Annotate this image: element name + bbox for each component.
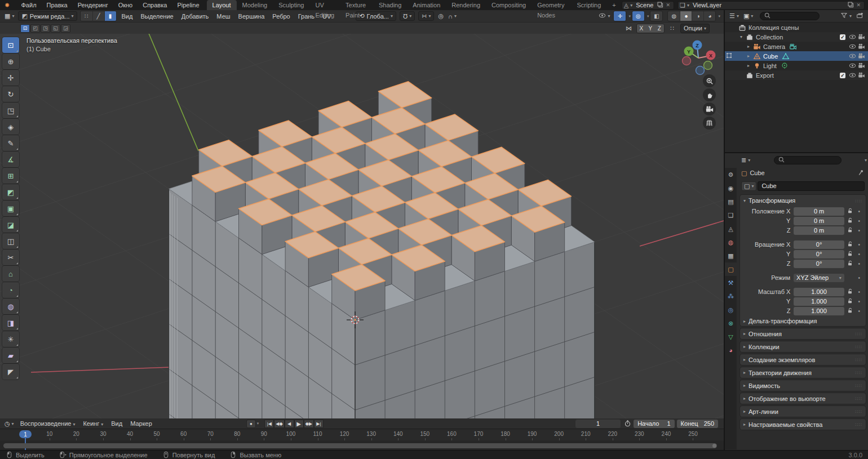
timeline-menu-кеинг[interactable]: Кеинг▾: [79, 420, 107, 427]
properties-tab-modifiers[interactable]: ⚒: [725, 276, 737, 289]
workspace-tab-sculpting[interactable]: Sculpting: [273, 0, 309, 10]
disable-render-camera-icon[interactable]: [857, 33, 866, 41]
lock-icon[interactable]: [847, 217, 853, 225]
outliner-item-label[interactable]: Collection: [756, 34, 783, 41]
3d-viewport-canvas[interactable]: [0, 34, 724, 418]
transform-value-field[interactable]: 0 m: [794, 207, 844, 216]
lock-icon[interactable]: [847, 240, 853, 248]
current-frame-input[interactable]: 1: [575, 420, 621, 428]
workspace-tab-compositing[interactable]: Compositing: [486, 0, 532, 10]
vertex-select-button[interactable]: ∷: [81, 11, 92, 21]
material-shading-button[interactable]: ◑: [692, 11, 703, 21]
timeline-scrollbar[interactable]: [3, 443, 717, 448]
prev-keyframe-button[interactable]: ◀◆: [274, 420, 284, 428]
select-subtract-button[interactable]: ◳: [41, 24, 50, 33]
properties-tab-material[interactable]: ◕: [725, 344, 737, 357]
viewport-menu-меш[interactable]: Меш: [212, 13, 234, 20]
face-select-button[interactable]: ▮: [104, 11, 116, 21]
transform-value-field[interactable]: 0°: [794, 250, 844, 259]
panel-drag-handle[interactable]: ::::: [855, 331, 862, 336]
timeline-editor-type-button[interactable]: ◷▾: [2, 419, 16, 429]
workspace-tab-geometry-nodes[interactable]: Geometry Nodes: [532, 0, 571, 10]
shrink-fatten-tool[interactable]: ✳: [2, 331, 19, 347]
rotation-mode-dropdown[interactable]: XYZ Эйлер▾: [794, 274, 844, 282]
edge-slide-tool[interactable]: ◨: [2, 315, 19, 331]
panel-drag-handle[interactable]: ::::: [855, 344, 862, 349]
viewport-menu-выделение[interactable]: Выделение: [136, 13, 177, 20]
panel-отношения[interactable]: ▸Отношения::::: [740, 328, 866, 339]
object-name-input[interactable]: Cube: [758, 181, 865, 191]
breadcrumb-object-name[interactable]: Cube: [750, 170, 764, 176]
viewlayer-name[interactable]: ViewLayer: [689, 2, 848, 8]
scene-name[interactable]: Scene: [632, 2, 657, 8]
filter-id-dropdown[interactable]: ▣▾: [741, 11, 755, 21]
select-extend-button[interactable]: ◰: [30, 24, 40, 33]
outliner-item-label[interactable]: Camera: [763, 43, 785, 50]
close-icon[interactable]: ✕: [664, 2, 672, 8]
bevel-tool[interactable]: ◪: [2, 217, 19, 233]
show-object-types-dropdown[interactable]: ▾: [596, 11, 612, 21]
orthographic-toggle-button[interactable]: [703, 117, 716, 130]
workspace-tab-texture-paint[interactable]: Texture Paint: [340, 0, 373, 10]
lock-icon[interactable]: [847, 288, 853, 296]
properties-search-input[interactable]: [774, 156, 842, 164]
menu-справка[interactable]: Справка: [138, 0, 172, 10]
hide-viewport-eye-icon[interactable]: [848, 52, 857, 60]
outliner-row-camera[interactable]: ▸Camera: [725, 42, 868, 51]
workspace-tab-rendering[interactable]: Rendering: [446, 0, 486, 10]
viewport-menu-ребро[interactable]: Ребро: [268, 13, 294, 20]
mirror-y-toggle[interactable]: Y: [646, 24, 655, 33]
expand-caret[interactable]: ▸: [747, 63, 753, 68]
timeline-menu-маркер[interactable]: Маркер: [126, 420, 156, 427]
disable-render-camera-icon[interactable]: [857, 72, 866, 79]
lock-icon[interactable]: [847, 250, 853, 258]
pan-hand-button[interactable]: [703, 88, 716, 101]
loop-cut-tool[interactable]: ◫: [2, 233, 19, 249]
cursor-tool[interactable]: ⊕: [2, 54, 19, 69]
transform-orientation-dropdown[interactable]: ⟲ Глоба... ▾: [356, 11, 396, 21]
transform-value-field[interactable]: 0°: [794, 240, 844, 249]
expand-caret[interactable]: ▸: [747, 44, 753, 49]
transform-value-field[interactable]: 1.000: [794, 288, 844, 296]
viewlayer-selector[interactable]: ❏▾ ViewLayer ✕: [677, 1, 865, 10]
next-keyframe-button[interactable]: ◆▶: [304, 420, 314, 428]
editor-type-button[interactable]: ▦▾: [2, 11, 16, 21]
transform-panel-header[interactable]: ▾ Трансформация ::::: [740, 195, 866, 206]
filter-dropdown[interactable]: ▾: [838, 11, 854, 21]
auto-key-button[interactable]: ●: [246, 420, 256, 428]
properties-tab-world[interactable]: ◍: [725, 235, 737, 249]
snap-dropdown[interactable]: Ω▾: [400, 11, 415, 21]
mirror-z-toggle[interactable]: Z: [655, 24, 664, 33]
lock-icon[interactable]: [847, 260, 853, 268]
expand-caret[interactable]: ▸: [747, 54, 753, 59]
lock-icon[interactable]: [847, 307, 853, 315]
menu-правка[interactable]: Правка: [42, 0, 73, 10]
animate-dot[interactable]: •: [858, 261, 860, 267]
display-mode-dropdown[interactable]: ☰▾: [727, 11, 741, 21]
timeline-ruler[interactable]: 1020304050607080901001101201301401501601…: [0, 429, 724, 440]
properties-tab-object-data[interactable]: ▽: [725, 330, 737, 344]
viewport-menu-вершина[interactable]: Вершина: [234, 13, 269, 20]
menu-файл[interactable]: Файл: [16, 0, 42, 10]
disable-render-camera-icon[interactable]: [857, 62, 866, 69]
panel-drag-handle[interactable]: ::::: [855, 396, 862, 401]
snap-target-dropdown[interactable]: ∺▾: [418, 11, 434, 21]
animate-dot[interactable]: •: [858, 218, 860, 224]
transform-value-field[interactable]: 0 m: [794, 217, 844, 225]
animate-dot[interactable]: •: [858, 228, 860, 234]
outliner-item-label[interactable]: Коллекция сцены: [749, 24, 799, 31]
panel-траектории-движения[interactable]: ▸Траектории движения::::: [740, 367, 866, 378]
shear-tool[interactable]: ▰: [2, 347, 19, 363]
outliner-row-light[interactable]: ▸Light: [725, 61, 868, 70]
menu-окно[interactable]: Окно: [113, 0, 138, 10]
poly-build-tool[interactable]: ⌂: [2, 266, 19, 282]
show-overlays-toggle[interactable]: ◎: [632, 11, 644, 21]
mirror-x-toggle[interactable]: X: [637, 24, 646, 33]
pin-icon[interactable]: [857, 169, 865, 177]
spin-tool[interactable]: ◔: [2, 282, 19, 298]
wireframe-shading-button[interactable]: ◍: [668, 11, 680, 21]
transform-value-field[interactable]: 0°: [794, 260, 844, 268]
properties-editor-type-button[interactable]: ≣▾: [739, 155, 752, 165]
frame-start-input[interactable]: Начало 1: [634, 420, 674, 428]
lock-icon[interactable]: [847, 297, 853, 305]
